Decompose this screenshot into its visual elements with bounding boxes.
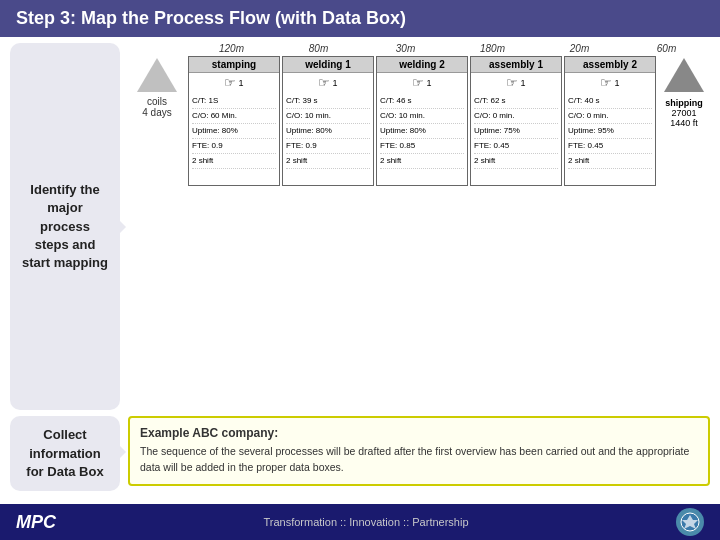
icon-row-3: ☞ 1 [471,73,561,92]
coils-triangle [137,58,177,92]
shift-1: 2 shift [286,154,370,169]
icon-row-2: ☞ 1 [377,73,467,92]
ct-1: C/T: 39 s [286,94,370,109]
shipping-count2: 1440 ft [670,118,698,128]
shipping-triangle [664,58,704,92]
fte-2: FTE: 0.85 [380,139,464,154]
footer-tagline: Transformation :: Innovation :: Partners… [263,516,468,528]
hand-icon-4: ☞ [600,75,612,90]
ct-0: C/T: 1S [192,94,276,109]
ct-4: C/T: 40 s [568,94,652,109]
shift-2: 2 shift [380,154,464,169]
hand-icon-1: ☞ [318,75,330,90]
fte-0: FTE: 0.9 [192,139,276,154]
process-box-4: assembly 2 ☞ 1 C/T: 40 s C/O: 0 min. Upt… [564,56,656,186]
process-box-2: welding 2 ☞ 1 C/T: 46 s C/O: 10 min. Upt… [376,56,468,186]
main-content: Identify the major process steps and sta… [0,37,720,497]
timeline-3: 180m [449,43,536,54]
box-data-4: C/T: 40 s C/O: 0 min. Uptime: 95% FTE: 0… [565,92,655,185]
uptime-3: Uptime: 75% [474,124,558,139]
hand-icon-3: ☞ [506,75,518,90]
timeline-4: 20m [536,43,623,54]
uptime-0: Uptime: 80% [192,124,276,139]
footer-logo: MPC [16,512,56,533]
icon-row-0: ☞ 1 [189,73,279,92]
timeline-2: 30m [362,43,449,54]
co-1: C/O: 10 min. [286,109,370,124]
shipping-label: shipping [665,98,703,108]
timeline-0: 120m [188,43,275,54]
badge-icon [680,512,700,532]
hand-icon-0: ☞ [224,75,236,90]
uptime-2: Uptime: 80% [380,124,464,139]
bottom-row: Collect information for Data Box Example… [10,416,710,491]
fte-3: FTE: 0.45 [474,139,558,154]
hand-icon-2: ☞ [412,75,424,90]
header-bar: Step 3: Map the Process Flow (with Data … [0,0,720,37]
timeline-1: 80m [275,43,362,54]
coils-label: coils [147,96,167,107]
box-data-0: C/T: 1S C/O: 60 Min. Uptime: 80% FTE: 0.… [189,92,279,185]
ct-3: C/T: 62 s [474,94,558,109]
process-name-2: welding 2 [377,57,467,73]
identify-bubble: Identify the major process steps and sta… [10,43,120,410]
top-row: Identify the major process steps and sta… [10,43,710,410]
box-data-3: C/T: 62 s C/O: 0 min. Uptime: 75% FTE: 0… [471,92,561,185]
uptime-4: Uptime: 95% [568,124,652,139]
shipping-count: 27001 [671,108,696,118]
left-col: coils 4 days [128,56,186,118]
shift-3: 2 shift [474,154,558,169]
example-box: Example ABC company: The sequence of the… [128,416,710,486]
shift-4: 2 shift [568,154,652,169]
page: Step 3: Map the Process Flow (with Data … [0,0,720,540]
process-row: coils 4 days stamping ☞ 1 C/T: 1S [128,56,710,186]
right-col: shipping 27001 1440 ft [658,56,710,128]
process-box-0: stamping ☞ 1 C/T: 1S C/O: 60 Min. Uptime… [188,56,280,186]
shift-0: 2 shift [192,154,276,169]
example-text: The sequence of the several processes wi… [140,444,698,476]
collect-bubble: Collect information for Data Box [10,416,120,491]
process-name-3: assembly 1 [471,57,561,73]
timeline-5: 60m [623,43,710,54]
fte-4: FTE: 0.45 [568,139,652,154]
co-0: C/O: 60 Min. [192,109,276,124]
co-4: C/O: 0 min. [568,109,652,124]
icon-row-1: ☞ 1 [283,73,373,92]
example-title: Example ABC company: [140,426,698,440]
footer-badge [676,508,704,536]
co-3: C/O: 0 min. [474,109,558,124]
process-name-4: assembly 2 [565,57,655,73]
process-name-0: stamping [189,57,279,73]
process-name-1: welding 1 [283,57,373,73]
process-box-1: welding 1 ☞ 1 C/T: 39 s C/O: 10 min. Upt… [282,56,374,186]
ct-2: C/T: 46 s [380,94,464,109]
flow-area: 120m 80m 30m 180m 20m 60m coils 4 days [128,43,710,410]
box-data-2: C/T: 46 s C/O: 10 min. Uptime: 80% FTE: … [377,92,467,185]
days-label: 4 days [142,107,171,118]
uptime-1: Uptime: 80% [286,124,370,139]
process-box-3: assembly 1 ☞ 1 C/T: 62 s C/O: 0 min. Upt… [470,56,562,186]
icon-row-4: ☞ 1 [565,73,655,92]
footer: MPC Transformation :: Innovation :: Part… [0,504,720,540]
box-data-1: C/T: 39 s C/O: 10 min. Uptime: 80% FTE: … [283,92,373,185]
timeline-row: 120m 80m 30m 180m 20m 60m [128,43,710,54]
fte-1: FTE: 0.9 [286,139,370,154]
page-title: Step 3: Map the Process Flow (with Data … [16,8,406,28]
co-2: C/O: 10 min. [380,109,464,124]
